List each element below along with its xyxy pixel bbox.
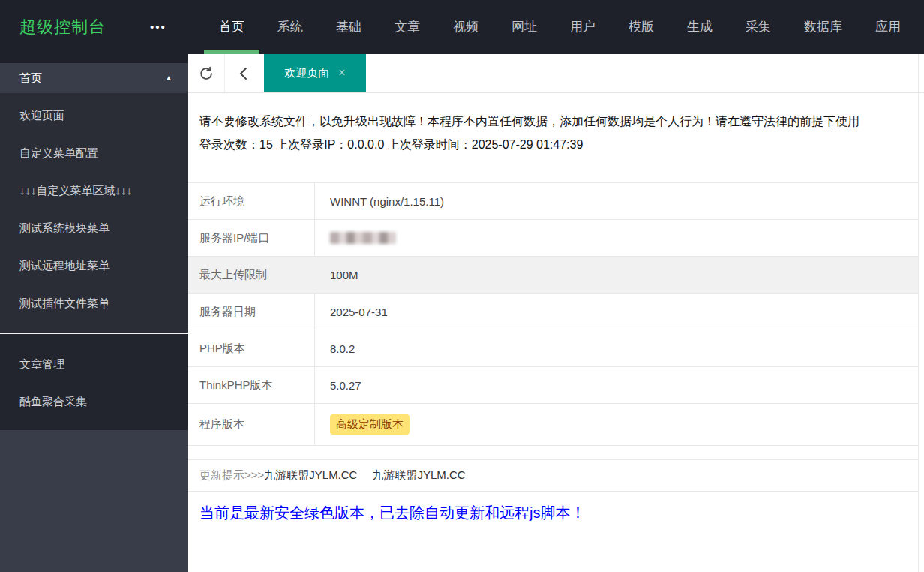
sidebar-item-5[interactable]: 测试远程地址菜单 (0, 247, 188, 284)
sidebar-group-home[interactable]: 首页 ▲ (0, 63, 188, 93)
ellipsis-icon[interactable]: ••• (150, 0, 166, 54)
update-link-1: 九游联盟JYLM.CC (264, 468, 357, 481)
sidebar: 首页 ▲ 欢迎页面自定义菜单配置↓↓↓自定义菜单区域↓↓↓测试系统模块菜单测试远… (0, 54, 188, 572)
sidebar-item-3[interactable]: ↓↓↓自定义菜单区域↓↓↓ (0, 172, 188, 209)
sidebar-secondary-item-1[interactable]: 文章管理 (0, 345, 188, 383)
table-row-7: 程序版本高级定制版本 (188, 404, 918, 446)
table-row-3: 最大上传限制100M (188, 257, 918, 294)
update-prefix: 更新提示>>> (200, 468, 264, 481)
tab-bar: 欢迎页面 × (188, 54, 924, 93)
nav-item-3[interactable]: 基础 (320, 0, 378, 54)
tab-label: 欢迎页面 (284, 66, 329, 80)
sidebar-item-1[interactable]: 欢迎页面 (0, 97, 188, 134)
nav-item-11[interactable]: 数据库 (788, 0, 859, 54)
row-value: 2025-07-31 (330, 306, 388, 318)
nav-item-2[interactable]: 系统 (261, 0, 320, 54)
nav-item-10[interactable]: 采集 (729, 0, 788, 54)
table-row-5: PHP版本8.0.2 (188, 330, 918, 367)
nav-item-7[interactable]: 用户 (554, 0, 612, 54)
chevron-left-icon (238, 67, 250, 80)
nav-menu: 首页系统基础文章视频网址用户模版生成采集数据库应用 (202, 0, 917, 54)
chevron-up-icon: ▲ (165, 63, 172, 93)
sidebar-item-6[interactable]: 测试插件文件菜单 (0, 284, 188, 322)
row-value: WINNT (nginx/1.15.11) (330, 195, 444, 208)
nav-item-5[interactable]: 视频 (436, 0, 495, 54)
app-logo: 超级控制台 (20, 0, 106, 54)
row-label: PHP版本 (188, 330, 315, 366)
nav-item-8[interactable]: 模版 (612, 0, 670, 54)
nav-item-6[interactable]: 网址 (495, 0, 554, 54)
row-value-cell: 5.0.27 (315, 367, 918, 403)
close-icon[interactable]: × (338, 66, 345, 80)
content-right-border (918, 54, 919, 572)
server-info-table: 运行环境WINNT (nginx/1.15.11)服务器IP/端口最大上传限制1… (188, 182, 918, 446)
table-row-2: 服务器IP/端口 (188, 220, 918, 257)
row-value: 5.0.27 (330, 379, 362, 392)
back-button[interactable] (225, 54, 262, 92)
sidebar-top-gap (0, 54, 188, 63)
row-value: 100M (330, 269, 358, 281)
sidebar-submenu: 欢迎页面自定义菜单配置↓↓↓自定义菜单区域↓↓↓测试系统模块菜单测试远程地址菜单… (0, 93, 188, 333)
refresh-button[interactable] (188, 54, 225, 92)
row-value-cell: WINNT (nginx/1.15.11) (315, 183, 918, 219)
table-row-4: 服务器日期2025-07-31 (188, 294, 918, 330)
row-label: 程序版本 (188, 404, 315, 445)
notice-line-1: 请不要修改系统文件，以免升级出现故障！本程序不内置任何数据，添加任何数据均是个人… (200, 110, 918, 133)
system-notice: 请不要修改系统文件，以免升级出现故障！本程序不内置任何数据，添加任何数据均是个人… (188, 93, 918, 156)
main-content: 请不要修改系统文件，以免升级出现故障！本程序不内置任何数据，添加任何数据均是个人… (188, 93, 918, 572)
update-notice-box: 更新提示>>>九游联盟JYLM.CC九游联盟JYLM.CC (188, 459, 918, 492)
row-label: 服务器日期 (188, 294, 315, 330)
table-row-6: ThinkPHP版本5.0.27 (188, 367, 918, 404)
row-label: 服务器IP/端口 (188, 220, 315, 256)
version-status-note: 当前是最新安全绿色版本，已去除自动更新和远程js脚本！ (188, 492, 918, 534)
sidebar-item-4[interactable]: 测试系统模块菜单 (0, 209, 188, 247)
tab-welcome-page[interactable]: 欢迎页面 × (264, 54, 366, 92)
table-row-1: 运行环境WINNT (nginx/1.15.11) (188, 183, 918, 220)
sidebar-group-title: 首页 (20, 71, 42, 84)
nav-item-12[interactable]: 应用 (859, 0, 917, 54)
notice-line-2: 登录次数：15 上次登录IP：0.0.0.0 上次登录时间：2025-07-29… (200, 133, 918, 156)
row-value-cell (315, 220, 918, 256)
row-value: 8.0.2 (330, 342, 355, 355)
sidebar-item-2[interactable]: 自定义菜单配置 (0, 134, 188, 172)
update-link-2: 九游联盟JYLM.CC (372, 468, 465, 481)
row-label: ThinkPHP版本 (188, 367, 315, 403)
nav-item-9[interactable]: 生成 (670, 0, 729, 54)
nav-item-1[interactable]: 首页 (202, 0, 261, 54)
sidebar-secondary-group: 文章管理酷鱼聚合采集 (0, 334, 188, 430)
row-value-cell: 8.0.2 (315, 330, 918, 366)
row-value-cell: 2025-07-31 (315, 294, 918, 330)
top-navbar: 超级控制台 ••• 首页系统基础文章视频网址用户模版生成采集数据库应用 (0, 0, 924, 54)
row-value-cell: 高级定制版本 (315, 404, 918, 445)
row-label: 运行环境 (188, 183, 315, 219)
refresh-icon (198, 65, 214, 82)
row-value-cell: 100M (315, 257, 918, 293)
masked-ip-value (330, 232, 396, 244)
row-label: 最大上传限制 (188, 257, 315, 293)
version-badge: 高级定制版本 (330, 414, 410, 435)
sidebar-secondary-item-2[interactable]: 酷鱼聚合采集 (0, 383, 188, 420)
nav-item-4[interactable]: 文章 (378, 0, 436, 54)
